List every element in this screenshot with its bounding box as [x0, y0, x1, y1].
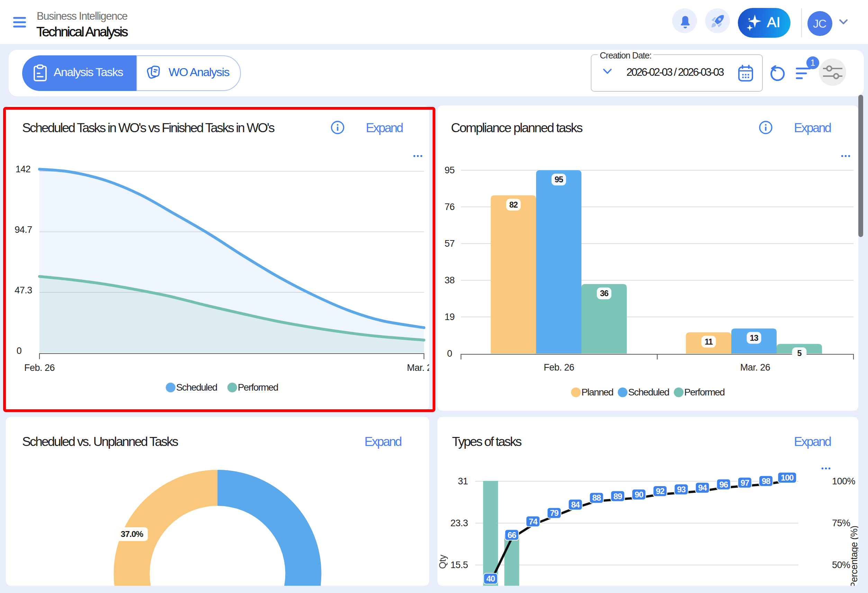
svg-text:90: 90: [635, 490, 644, 499]
svg-text:97: 97: [741, 478, 749, 487]
svg-text:23.3: 23.3: [450, 518, 468, 528]
svg-text:82: 82: [509, 200, 518, 209]
svg-text:11: 11: [705, 337, 713, 346]
svg-text:0: 0: [447, 348, 452, 359]
svg-text:94: 94: [698, 483, 707, 492]
svg-text:13: 13: [750, 333, 758, 342]
svg-text:76: 76: [444, 202, 455, 212]
svg-text:92: 92: [656, 487, 664, 496]
svg-text:95: 95: [444, 165, 455, 176]
svg-text:36: 36: [600, 289, 608, 298]
svg-text:31: 31: [458, 476, 468, 487]
svg-text:89: 89: [614, 492, 622, 501]
svg-text:40: 40: [486, 574, 495, 583]
svg-text:50%: 50%: [832, 560, 850, 570]
svg-text:Scheduled: Scheduled: [628, 387, 669, 398]
svg-text:84: 84: [571, 500, 580, 509]
svg-text:75%: 75%: [832, 518, 850, 528]
svg-text:19: 19: [444, 312, 455, 322]
svg-text:15.5: 15.5: [450, 560, 468, 570]
svg-text:5: 5: [797, 349, 802, 358]
svg-text:96: 96: [719, 480, 728, 489]
svg-text:57: 57: [444, 238, 455, 249]
svg-text:98: 98: [762, 476, 771, 486]
svg-text:Percentage (%): Percentage (%): [849, 525, 858, 586]
svg-text:Planned: Planned: [582, 387, 613, 398]
svg-text:Mar. 26: Mar. 26: [740, 362, 771, 373]
svg-text:Performed: Performed: [684, 387, 724, 398]
svg-text:100%: 100%: [832, 476, 856, 487]
svg-text:37.0%: 37.0%: [121, 530, 144, 539]
svg-text:Qty: Qty: [437, 555, 448, 569]
svg-text:95: 95: [554, 175, 563, 184]
svg-text:88: 88: [592, 493, 601, 502]
svg-text:93: 93: [677, 485, 686, 494]
svg-text:Feb. 26: Feb. 26: [544, 362, 574, 373]
svg-text:100: 100: [781, 473, 794, 482]
svg-text:74: 74: [529, 517, 538, 526]
svg-text:66: 66: [508, 530, 517, 540]
svg-text:38: 38: [444, 275, 455, 285]
svg-text:79: 79: [550, 508, 559, 518]
